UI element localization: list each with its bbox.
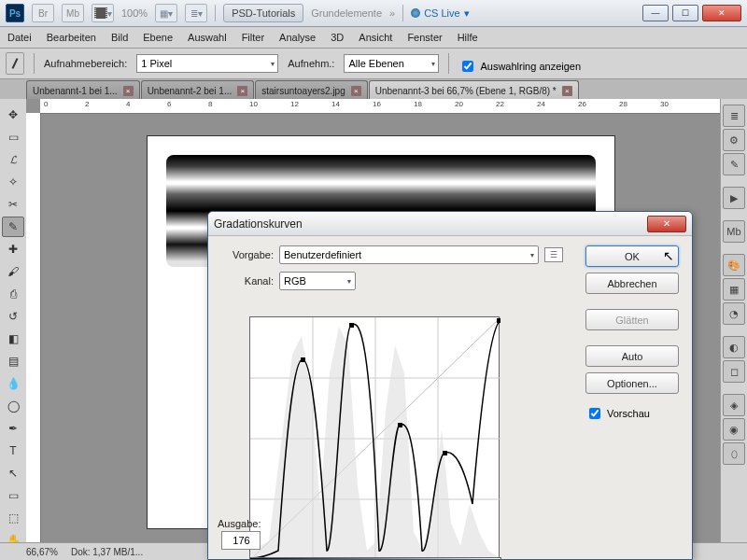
workspace-more-icon[interactable]: »	[389, 7, 395, 19]
preset-menu-icon[interactable]: ☰	[544, 247, 563, 262]
photoshop-app-icon[interactable]: Ps	[6, 4, 24, 22]
ruler-horizontal[interactable]: 024681012141618202224262830	[40, 99, 721, 114]
dialog-close-button[interactable]: ✕	[647, 216, 686, 232]
minibridge-button[interactable]: Mb	[62, 4, 84, 22]
curves-dialog: Gradationskurven ✕ Vorgabe: Benutzerdefi…	[207, 211, 693, 560]
cancel-button[interactable]: Abbrechen	[585, 273, 679, 294]
menu-datei[interactable]: Datei	[7, 32, 32, 43]
pen-tool[interactable]: ✒	[2, 418, 24, 439]
eraser-tool[interactable]: ◧	[2, 329, 24, 349]
color-panel-icon[interactable]: 🎨	[723, 254, 745, 276]
gradient-tool[interactable]: ▤	[2, 351, 24, 371]
svg-rect-10	[443, 451, 447, 455]
current-tool-icon[interactable]	[6, 52, 24, 75]
lasso-tool[interactable]: 𝓛	[2, 149, 24, 170]
close-tab-icon[interactable]: ×	[237, 86, 247, 96]
wand-tool[interactable]: ✧	[2, 172, 24, 192]
minimize-button[interactable]: —	[642, 5, 669, 21]
sample-label: Aufnehm.:	[288, 58, 334, 69]
doc-tab-4[interactable]: Unbenannt-3 bei 66,7% (Ebene 1, RGB/8) *…	[369, 80, 579, 100]
masks-panel-icon[interactable]: ◻	[723, 360, 745, 383]
history-brush-tool[interactable]: ↺	[2, 306, 24, 327]
right-panel-dock: ≣ ⚙ ✎ ▶ Mb 🎨 ▦ ◔ ◐ ◻ ◈ ◉ ⬯	[720, 99, 747, 543]
menu-filter[interactable]: Filter	[242, 32, 264, 43]
paths-panel-icon[interactable]: ⬯	[723, 442, 745, 465]
heal-tool[interactable]: ✚	[2, 239, 24, 259]
tool-presets-icon[interactable]: ✎	[723, 153, 745, 175]
sample-size-label: Aufnahmebereich:	[44, 58, 127, 69]
preset-select[interactable]: Benutzerdefiniert	[279, 245, 539, 264]
close-tab-icon[interactable]: ×	[123, 86, 134, 96]
mb-panel-icon[interactable]: Mb	[723, 220, 745, 243]
svg-rect-9	[398, 423, 402, 427]
channel-select[interactable]: RGB	[279, 272, 356, 290]
history-panel-icon[interactable]: ≣	[723, 105, 745, 127]
close-button[interactable]: ✕	[702, 5, 741, 21]
dialog-titlebar[interactable]: Gradationskurven ✕	[208, 212, 692, 236]
status-zoom[interactable]: 66,67%	[26, 547, 58, 557]
svg-rect-8	[349, 323, 354, 328]
maximize-button[interactable]: ☐	[672, 5, 698, 21]
arrange-docs-button[interactable]: ▾	[92, 4, 114, 22]
sample-size-select[interactable]: 1 Pixel	[136, 54, 278, 73]
menu-bearbeiten[interactable]: Bearbeiten	[47, 32, 96, 43]
doc-tab-1[interactable]: Unbenannt-1 bei 1...×	[26, 80, 140, 100]
dialog-title: Gradationskurven	[214, 217, 303, 231]
close-tab-icon[interactable]: ×	[562, 86, 572, 96]
blur-tool[interactable]: 💧	[2, 373, 24, 394]
bridge-button[interactable]: Br	[32, 4, 54, 22]
preview-checkbox[interactable]: Vorschau	[585, 405, 679, 422]
channels-panel-icon[interactable]: ◉	[723, 418, 745, 441]
status-doc-size[interactable]: Dok: 1,37 MB/1...	[71, 547, 143, 557]
output-value-input[interactable]	[221, 531, 261, 550]
main-menu: Datei Bearbeiten Bild Ebene Auswahl Filt…	[0, 27, 747, 49]
cslive-button[interactable]: CS Live ▾	[411, 7, 470, 20]
screen-mode-button[interactable]: ▦▾	[155, 4, 177, 22]
doc-tab-3[interactable]: stairsuntoayers2.jpg×	[255, 80, 368, 100]
styles-panel-icon[interactable]: ◔	[723, 302, 745, 325]
close-tab-icon[interactable]: ×	[351, 86, 361, 96]
workspace-psd-tutorials[interactable]: PSD-Tutorials	[223, 4, 303, 22]
doc-tab-2[interactable]: Unbenannt-2 bei 1...×	[141, 80, 255, 100]
shape-tool[interactable]: ▭	[2, 485, 24, 506]
curves-graph[interactable]	[249, 316, 500, 559]
sample-layers-select[interactable]: Alle Ebenen	[344, 54, 439, 73]
preset-label: Vorgabe:	[221, 249, 274, 260]
actions-panel-icon[interactable]: ⚙	[723, 129, 745, 151]
tools-panel: ✥ ▭ 𝓛 ✧ ✂ ✎ ✚ 🖌 ⎙ ↺ ◧ ▤ 💧 ◯ ✒ T ↖ ▭ ⬚ ✋	[0, 99, 27, 543]
dodge-tool[interactable]: ◯	[2, 396, 24, 416]
menu-auswahl[interactable]: Auswahl	[188, 32, 227, 43]
menu-fenster[interactable]: Fenster	[407, 32, 442, 43]
workspace-grundelemente[interactable]: Grundelemente	[311, 7, 382, 19]
menu-bild[interactable]: Bild	[111, 32, 128, 43]
ok-button[interactable]: OK	[585, 245, 679, 267]
swatches-panel-icon[interactable]: ▦	[723, 278, 745, 301]
svg-rect-11	[497, 318, 500, 323]
output-label: Ausgabe:	[218, 518, 261, 529]
ruler-vertical[interactable]	[26, 113, 41, 543]
auto-button[interactable]: Auto	[585, 345, 679, 367]
play-icon[interactable]: ▶	[723, 187, 745, 209]
extras-button[interactable]: ≣▾	[185, 4, 207, 22]
brush-tool[interactable]: 🖌	[2, 261, 24, 282]
menu-ebene[interactable]: Ebene	[143, 32, 173, 43]
layers-panel-icon[interactable]: ◈	[723, 394, 745, 416]
menu-analyse[interactable]: Analyse	[279, 32, 316, 43]
path-tool[interactable]: ↖	[2, 463, 24, 483]
eyedropper-tool[interactable]: ✎	[2, 217, 24, 237]
menu-3d[interactable]: 3D	[331, 32, 344, 43]
sampling-ring-checkbox[interactable]: Auswahlring anzeigen	[458, 58, 581, 75]
crop-tool[interactable]: ✂	[2, 194, 24, 215]
options-button[interactable]: Optionen...	[585, 372, 679, 394]
adjustments-panel-icon[interactable]: ◐	[723, 336, 745, 358]
move-tool[interactable]: ✥	[2, 105, 24, 125]
type-tool[interactable]: T	[2, 441, 24, 461]
cslive-icon	[411, 8, 420, 18]
3d-tool[interactable]: ⬚	[2, 508, 24, 528]
marquee-tool[interactable]: ▭	[2, 127, 24, 147]
zoom-level[interactable]: 100%	[121, 7, 148, 19]
menu-ansicht[interactable]: Ansicht	[359, 32, 392, 43]
stamp-tool[interactable]: ⎙	[2, 284, 24, 304]
smooth-button[interactable]: Glätten	[585, 309, 679, 330]
menu-hilfe[interactable]: Hilfe	[458, 32, 478, 43]
